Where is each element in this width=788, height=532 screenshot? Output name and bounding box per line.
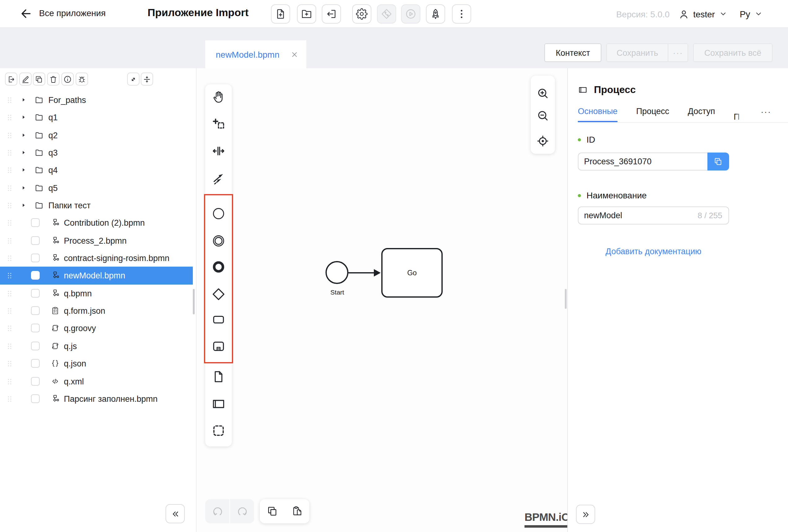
drag-handle-icon[interactable]	[5, 324, 14, 333]
new-folder-button[interactable]	[297, 4, 316, 23]
create-task-button[interactable]	[209, 310, 228, 329]
connect-tool-button[interactable]	[209, 169, 228, 187]
tree-item[interactable]: q1	[0, 109, 193, 126]
drag-handle-icon[interactable]	[5, 394, 14, 403]
tab-label[interactable]: newModel.bpmn	[216, 49, 291, 59]
create-intermediate-event-button[interactable]	[209, 231, 228, 250]
checkbox[interactable]	[31, 359, 40, 368]
rename-button[interactable]	[19, 73, 31, 85]
caret-right-icon[interactable]	[20, 132, 27, 138]
lasso-tool-button[interactable]	[209, 115, 228, 133]
tab-access[interactable]: Доступ	[688, 107, 715, 122]
name-input[interactable]	[578, 211, 697, 220]
drag-handle-icon[interactable]	[5, 359, 14, 368]
drag-handle-icon[interactable]	[5, 166, 14, 175]
sidebar-scrollbar[interactable]	[193, 289, 195, 314]
drag-handle-icon[interactable]	[5, 289, 14, 298]
save-all-button[interactable]: Сохранить всё	[693, 43, 772, 62]
tree-item[interactable]: q.groovy	[0, 320, 193, 337]
all-apps-link[interactable]: Все приложения	[39, 8, 106, 18]
tree-item[interactable]: q.form.json	[0, 302, 193, 320]
settings-button[interactable]	[352, 4, 371, 23]
close-icon[interactable]	[291, 51, 298, 58]
zoom-in-button[interactable]	[533, 84, 552, 102]
tab-newmodel[interactable]: newModel.bpmn	[205, 40, 306, 68]
new-file-button[interactable]	[271, 4, 290, 23]
caret-right-icon[interactable]	[20, 97, 27, 103]
checkbox[interactable]	[31, 394, 40, 403]
tree-item[interactable]: Process_2.bpmn	[0, 232, 193, 250]
drag-handle-icon[interactable]	[5, 254, 14, 263]
task-shape[interactable]: Go	[381, 248, 443, 298]
tree-item[interactable]: q4	[0, 161, 193, 179]
collapse-all-button[interactable]	[141, 73, 153, 85]
collapse-panel-button[interactable]	[576, 505, 595, 524]
drag-handle-icon[interactable]	[5, 271, 14, 280]
drag-handle-icon[interactable]	[5, 236, 14, 245]
export-file-button[interactable]	[5, 73, 17, 85]
collapse-sidebar-button[interactable]	[165, 504, 185, 523]
copy-id-button[interactable]	[707, 153, 729, 171]
more-tabs-button[interactable]: ···	[761, 107, 771, 117]
info-button[interactable]	[61, 73, 74, 85]
checkbox[interactable]	[31, 219, 40, 227]
tree-item[interactable]: q.js	[0, 337, 193, 355]
paste-element-button[interactable]	[284, 499, 309, 523]
drag-handle-icon[interactable]	[5, 183, 14, 193]
checkbox[interactable]	[31, 289, 40, 298]
drag-handle-icon[interactable]	[5, 342, 14, 351]
tree-item[interactable]: q.xml	[0, 372, 193, 390]
drag-handle-icon[interactable]	[5, 201, 14, 210]
tab-main[interactable]: Основные	[578, 107, 617, 122]
tree-item[interactable]: newModel.bpmn	[0, 267, 193, 284]
drag-handle-icon[interactable]	[5, 148, 14, 157]
checkbox[interactable]	[31, 254, 40, 262]
tree-item[interactable]: For_paths	[0, 91, 193, 109]
chevron-down-icon[interactable]	[719, 10, 727, 18]
tab-process[interactable]: Процесс	[636, 107, 669, 122]
checkbox[interactable]	[31, 377, 40, 386]
create-participant-button[interactable]	[209, 394, 228, 413]
checkbox[interactable]	[31, 324, 40, 333]
id-input[interactable]	[578, 153, 707, 171]
tree-item[interactable]: Contribution (2).bpmn	[0, 214, 193, 232]
create-subprocess-button[interactable]	[209, 337, 228, 355]
checkbox[interactable]	[31, 306, 40, 315]
tree-item[interactable]: q2	[0, 126, 193, 144]
deploy-button[interactable]	[426, 4, 445, 23]
create-start-event-button[interactable]	[209, 204, 228, 222]
create-end-event-button[interactable]	[209, 257, 228, 276]
context-button[interactable]: Контекст	[544, 43, 602, 62]
more-menu-button[interactable]	[452, 4, 471, 23]
create-data-object-button[interactable]	[209, 367, 228, 386]
drag-handle-icon[interactable]	[5, 306, 14, 316]
start-event-shape[interactable]	[326, 261, 349, 284]
drag-handle-icon[interactable]	[5, 219, 14, 228]
canvas-scrollbar[interactable]	[565, 289, 567, 309]
tree-item[interactable]: q.json	[0, 355, 193, 372]
save-button[interactable]: Сохранить	[607, 48, 668, 57]
drag-handle-icon[interactable]	[5, 131, 14, 140]
tree-item[interactable]: q3	[0, 144, 193, 161]
import-button[interactable]	[322, 4, 341, 23]
caret-right-icon[interactable]	[20, 114, 27, 121]
reset-view-button[interactable]	[533, 132, 552, 150]
expand-all-button[interactable]	[127, 73, 139, 85]
user-menu[interactable]: tester	[693, 9, 715, 19]
language-selector[interactable]: Ру	[740, 9, 750, 19]
tree-item[interactable]: q.bpmn	[0, 284, 193, 302]
save-more-button[interactable]: ···	[668, 44, 688, 61]
drag-handle-icon[interactable]	[5, 377, 14, 386]
debug-button[interactable]	[75, 73, 88, 85]
chevron-down-icon[interactable]	[754, 10, 763, 18]
caret-right-icon[interactable]	[20, 167, 27, 173]
tree-item[interactable]: q5	[0, 179, 193, 197]
diagram-canvas[interactable]	[197, 68, 567, 532]
caret-right-icon[interactable]	[20, 202, 27, 208]
delete-button[interactable]	[47, 73, 59, 85]
tree-item[interactable]: Парсинг заполнен.bpmn	[0, 390, 193, 408]
add-documentation-link[interactable]: Добавить документацию	[578, 247, 729, 256]
copy-file-button[interactable]	[33, 73, 45, 85]
checkbox[interactable]	[31, 271, 40, 280]
tree-item[interactable]: contract-signing-rosim.bpmn	[0, 249, 193, 267]
